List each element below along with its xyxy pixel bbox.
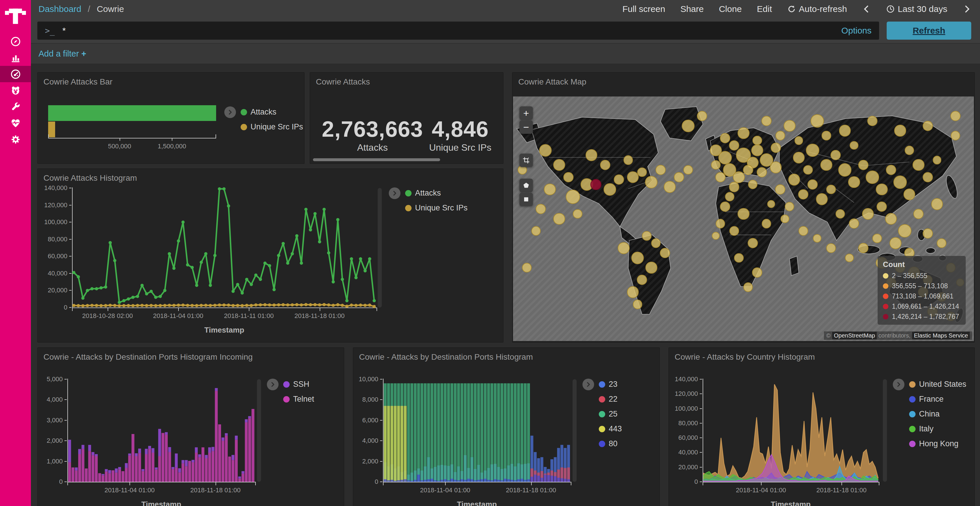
legend-item[interactable]: China <box>909 409 966 419</box>
legend-toggle-button[interactable] <box>893 379 904 390</box>
y-axis-tick <box>69 222 72 222</box>
legend-item[interactable]: Hong Kong <box>909 439 966 448</box>
legend-item[interactable]: 22 <box>599 395 622 404</box>
panel-title[interactable]: Cowrie Attacks <box>310 73 503 87</box>
zoom-out-button[interactable]: − <box>519 121 533 134</box>
chart-scrollbar[interactable] <box>378 188 382 308</box>
auto-refresh-button[interactable]: Auto-refresh <box>787 4 847 14</box>
legend-item[interactable]: Unique Src IPs <box>405 203 468 213</box>
attack-bubble <box>633 300 642 309</box>
legend-dot <box>599 381 605 388</box>
attacks-histogram-chart: 020,00040,00060,00080,000100,000120,0001… <box>38 169 503 342</box>
attack-bubble <box>734 253 743 263</box>
chart-scrollbar[interactable] <box>257 379 261 482</box>
sidebar-item-monitoring[interactable] <box>0 115 31 131</box>
legend-dot <box>283 396 290 403</box>
x-axis-tick <box>108 308 108 311</box>
x-axis-line <box>383 482 571 482</box>
full-screen-button[interactable]: Full screen <box>622 4 665 14</box>
sidebar-item-dashboard[interactable] <box>0 66 31 82</box>
legend-toggle-button[interactable] <box>224 106 236 118</box>
y-axis-tick-label: 80,000 <box>38 235 67 243</box>
breadcrumb-current: Cowrie <box>97 4 124 14</box>
wrench-icon <box>10 102 21 112</box>
time-range-picker[interactable]: Last 30 days <box>886 4 947 14</box>
breadcrumb-dashboard-link[interactable]: Dashboard <box>38 4 81 14</box>
y-axis-tick <box>700 452 702 453</box>
attack-bubble <box>858 243 868 253</box>
clone-button[interactable]: Clone <box>719 4 742 14</box>
polygon-tool-button[interactable] <box>519 179 533 192</box>
zoom-in-button[interactable]: + <box>519 106 533 120</box>
legend-item[interactable]: 23 <box>599 380 622 389</box>
panel-title[interactable]: Cowrie Attack Map <box>512 73 974 87</box>
legend-item[interactable]: SSH <box>283 380 314 389</box>
edit-button[interactable]: Edit <box>757 4 772 14</box>
legend-item[interactable]: Unique Src IPs <box>240 122 303 132</box>
panel-cowrie-attacks-metric: Cowrie Attacks 2,763,663 Attacks 4,846 U… <box>310 72 503 164</box>
search-input[interactable]: >_ * Options <box>37 22 879 40</box>
horizontal-scrollbar[interactable] <box>313 158 440 161</box>
sidebar-item-management[interactable] <box>0 131 31 148</box>
attack-bubble <box>631 252 644 264</box>
ports-chart: 02,0004,0006,0008,00010,0002018-11-04 01… <box>353 348 659 506</box>
legend-label: SSH <box>293 380 309 389</box>
legend-label: Unique Src IPs <box>251 122 303 132</box>
legend-toggle-button[interactable] <box>582 379 594 390</box>
legend-item[interactable]: Telnet <box>283 395 314 404</box>
attack-bubble <box>725 192 734 201</box>
rectangle-tool-button[interactable] <box>519 193 533 206</box>
legend-item[interactable]: Attacks <box>240 108 303 117</box>
legend-dot <box>909 411 916 417</box>
y-axis-tick <box>64 440 67 441</box>
sidebar-item-discover[interactable] <box>0 33 31 49</box>
share-button[interactable]: Share <box>681 4 704 14</box>
map-legend-title: Count <box>883 260 961 269</box>
legend-dot <box>240 109 247 116</box>
attack-bubble <box>539 144 552 157</box>
legend-item[interactable]: France <box>909 395 966 404</box>
add-filter-link[interactable]: Add a filter + <box>38 49 86 59</box>
gauge-icon <box>10 69 21 79</box>
query-options-link[interactable]: Options <box>842 25 872 36</box>
legend-item[interactable]: Attacks <box>405 189 468 198</box>
chart-scrollbar[interactable] <box>883 379 887 482</box>
legend-item[interactable]: 25 <box>599 409 622 419</box>
legend-dot <box>909 426 916 432</box>
crop-tool-button[interactable] <box>519 154 533 167</box>
time-back-button[interactable] <box>862 5 871 13</box>
osm-attribution-link[interactable]: OpenStreetMap <box>832 332 877 339</box>
metric-values: 2,763,663 Attacks 4,846 Unique Src IPs <box>319 116 495 153</box>
legend-dot <box>883 304 888 309</box>
chart-scrollbar[interactable] <box>573 379 577 482</box>
x-axis-line <box>72 308 377 308</box>
refresh-button[interactable]: Refresh <box>887 22 971 40</box>
y-axis-tick-label: 80,000 <box>669 419 698 427</box>
sidebar-item-hatching[interactable] <box>0 82 31 98</box>
y-axis-tick-label: 4,000 <box>353 437 378 445</box>
attack-bubble <box>752 136 762 145</box>
sidebar-item-dev-tools[interactable] <box>0 98 31 115</box>
time-forward-button[interactable] <box>963 5 971 13</box>
plus-icon: + <box>81 49 86 58</box>
attack-bubble <box>813 234 822 243</box>
attack-bubble <box>950 111 961 121</box>
sidebar-item-visualize[interactable] <box>0 49 31 66</box>
bar-unique-src-ips <box>48 122 55 137</box>
world-map[interactable]: + − <box>513 97 974 341</box>
legend-item[interactable]: 80 <box>599 439 622 448</box>
legend-toggle-button[interactable] <box>267 379 278 390</box>
attack-bubble <box>898 224 912 238</box>
refresh-icon <box>787 5 796 13</box>
legend-item[interactable]: Italy <box>909 424 966 433</box>
ems-attribution-link[interactable]: Elastic Maps Service <box>912 332 970 339</box>
legend-item[interactable]: 443 <box>599 424 622 433</box>
chevron-right-icon <box>963 5 971 13</box>
t-mobile-logo-icon[interactable] <box>4 5 27 25</box>
x-axis-tick <box>119 138 120 141</box>
legend-label: 443 <box>609 424 622 433</box>
map-fit-control <box>519 154 533 167</box>
x-axis-endcap <box>255 482 256 485</box>
legend-item[interactable]: United States <box>909 380 966 389</box>
legend-toggle-button[interactable] <box>389 187 401 199</box>
